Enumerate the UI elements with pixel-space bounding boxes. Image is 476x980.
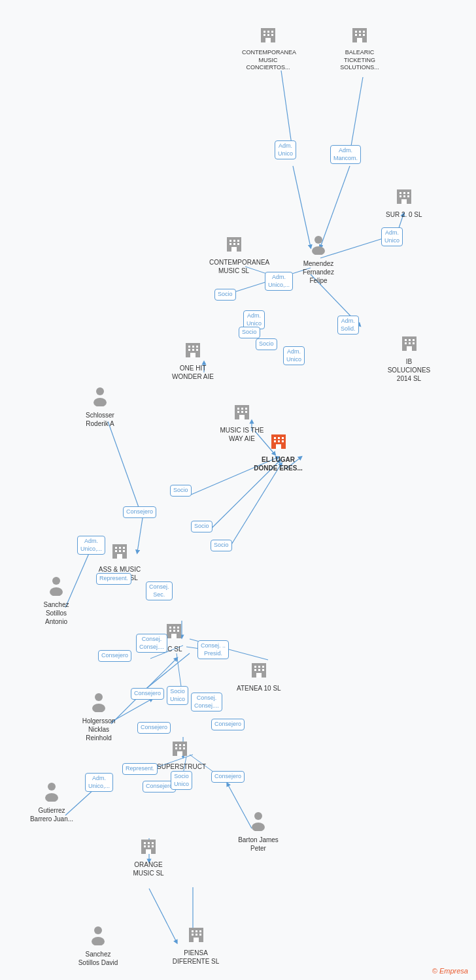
svg-rect-116	[173, 627, 175, 629]
svg-rect-98	[274, 440, 276, 442]
badge-socio-6[interactable]: Socio	[211, 540, 232, 551]
node-label: Holgersson Nicklas Reinhold	[75, 717, 122, 742]
badge-adm-solid[interactable]: Adm.Solid.	[337, 316, 359, 335]
badge-socio-3[interactable]: Socio	[256, 338, 277, 350]
svg-rect-115	[169, 627, 171, 629]
node-one-hit-wonder-aie: ONE HIT WONDER AIE	[170, 340, 216, 381]
svg-rect-148	[152, 845, 154, 847]
svg-rect-71	[188, 346, 190, 348]
svg-rect-88	[409, 339, 411, 341]
node-label: ONE HIT WONDER AIE	[170, 364, 216, 381]
svg-rect-87	[405, 339, 407, 341]
badge-adm-unico-sur[interactable]: Adm.Unico	[381, 227, 403, 246]
svg-rect-69	[401, 199, 407, 204]
node-sur-2-0-sl: SUR 2. 0 SL	[386, 186, 422, 219]
badge-consej-sec[interactable]: Consej.Sec.	[146, 581, 173, 600]
svg-rect-161	[194, 938, 199, 942]
building-icon	[139, 836, 158, 859]
badge-consej-consej-1[interactable]: Consej.Consej....	[136, 634, 167, 653]
node-label: IB SOLUCIONES 2014 SL	[384, 357, 434, 383]
badge-socio-unico-2[interactable]: SocioUnico	[171, 771, 192, 790]
badge-socio-5[interactable]: Socio	[191, 521, 212, 532]
svg-rect-126	[254, 669, 256, 671]
badge-adm-unico-gut[interactable]: Adm.Unico,...	[85, 773, 113, 792]
building-icon	[165, 621, 183, 644]
badge-consejero-4[interactable]: Consejero	[137, 722, 171, 734]
svg-rect-120	[177, 630, 179, 632]
badge-consejero-barton[interactable]: Consejero	[211, 771, 245, 783]
svg-rect-76	[196, 349, 198, 351]
person-icon	[90, 691, 108, 715]
svg-rect-108	[115, 550, 117, 552]
svg-rect-72	[192, 346, 194, 348]
badge-represent-1[interactable]: Represent.	[96, 573, 131, 585]
person-icon	[47, 575, 65, 599]
building-icon	[250, 660, 268, 683]
badge-consej-consej-2[interactable]: Consej.Consej....	[191, 693, 222, 711]
svg-rect-83	[241, 411, 243, 413]
person-icon	[309, 234, 328, 258]
svg-point-140	[48, 783, 56, 791]
node-holgersson-nicklas: Holgersson Nicklas Reinhold	[75, 691, 122, 742]
badge-consejero-holg[interactable]: Consejero	[131, 688, 164, 700]
node-label: ORANGE MUSIC SL	[126, 860, 171, 877]
badge-adm-unico-1[interactable]: Adm.Unico	[275, 140, 296, 159]
node-contemporanea-music-sl: CONTEMPORANEA MUSIC SL	[209, 234, 258, 275]
badge-consejero-schlosser[interactable]: Consejero	[123, 506, 156, 518]
svg-rect-128	[262, 669, 264, 671]
svg-point-103	[94, 398, 107, 406]
svg-rect-138	[183, 747, 185, 749]
svg-rect-160	[199, 934, 201, 936]
svg-rect-54	[233, 240, 235, 242]
svg-rect-41	[267, 34, 269, 36]
badge-adm-unico-antonio[interactable]: Adm.Unico,...	[77, 536, 105, 555]
svg-rect-40	[264, 34, 265, 36]
svg-rect-95	[274, 437, 276, 439]
svg-point-61	[312, 246, 325, 255]
svg-point-141	[45, 793, 58, 802]
svg-rect-67	[403, 195, 405, 197]
node-sanchez-sotillos-antonio: Sanchez Sotillos Antonio	[34, 575, 78, 626]
building-icon	[171, 738, 189, 761]
svg-rect-59	[231, 247, 237, 252]
svg-rect-129	[256, 673, 262, 678]
svg-point-153	[92, 937, 105, 945]
svg-rect-106	[119, 547, 121, 549]
svg-rect-93	[407, 346, 412, 351]
svg-rect-135	[183, 744, 185, 746]
network-diagram: CONTEMPORANEA MUSIC CONCIERTOS... BALEAR…	[0, 0, 476, 980]
badge-socio-unico-1[interactable]: SocioUnico	[167, 686, 188, 705]
badge-socio-1[interactable]: Socio	[214, 289, 236, 301]
svg-rect-92	[413, 342, 415, 344]
badge-consejero-2[interactable]: Consejero	[98, 650, 131, 662]
badge-socio-4[interactable]: Socio	[170, 485, 192, 497]
svg-rect-47	[363, 31, 365, 33]
node-ib-soluciones: IB SOLUCIONES 2014 SL	[384, 333, 434, 383]
node-label: CONTEMPORANEA MUSIC CONCIERTOS...	[242, 49, 294, 72]
svg-rect-110	[123, 550, 125, 552]
node-schlosser-roderik: Schlosser Roderik A	[77, 385, 123, 428]
svg-line-18	[228, 464, 281, 551]
building-icon	[350, 25, 369, 48]
badge-adm-mancom-1[interactable]: Adm.Mancom.	[330, 145, 361, 164]
svg-rect-77	[190, 353, 196, 357]
svg-rect-84	[245, 411, 247, 413]
svg-rect-90	[405, 342, 407, 344]
svg-rect-56	[230, 243, 231, 245]
badge-adm-unico-mff[interactable]: Adm.Unico,...	[265, 272, 293, 291]
svg-rect-136	[175, 747, 177, 749]
node-label: Sanchez Sotillos Antonio	[34, 600, 78, 626]
svg-rect-134	[179, 744, 181, 746]
badge-consejero-3[interactable]: Consejero	[211, 719, 245, 730]
badge-consej-presid[interactable]: Consej. ..Presid.	[197, 640, 229, 659]
svg-rect-109	[119, 550, 121, 552]
badge-adm-unico-4[interactable]: Adm.Unico	[283, 346, 305, 365]
svg-rect-45	[355, 31, 357, 33]
badge-socio-2[interactable]: Socio	[239, 327, 260, 338]
svg-rect-38	[267, 31, 269, 33]
svg-point-130	[95, 693, 103, 701]
badge-represent-2[interactable]: Represent.	[122, 763, 158, 775]
svg-line-1	[350, 77, 363, 154]
svg-rect-75	[192, 349, 194, 351]
svg-rect-51	[357, 38, 362, 42]
